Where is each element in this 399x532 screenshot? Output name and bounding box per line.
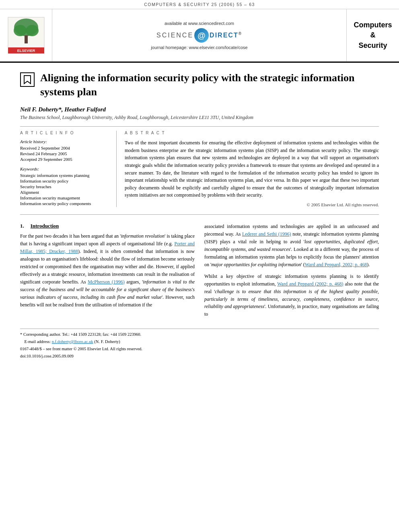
- article-info-label: A R T I C L E I N F O: [20, 131, 110, 135]
- article-title-section: Aligning the information security policy…: [20, 71, 379, 99]
- footer-corresponding: * Corresponding author. Tel.: +44 1509 2…: [20, 331, 379, 338]
- email-suffix: (N. F. Doherty): [94, 339, 120, 344]
- direct-text: DIRECT®: [210, 31, 242, 39]
- svg-point-2: [14, 25, 27, 36]
- keywords-label: Keywords:: [20, 166, 110, 171]
- main-content: Aligning the information security policy…: [0, 63, 399, 368]
- footer-doi: doi:10.1016/j.cose.2005.09.009: [20, 353, 379, 359]
- footer-section: * Corresponding author. Tel.: +44 1509 2…: [20, 329, 379, 359]
- svg-point-3: [26, 25, 39, 36]
- body-left-column: 1. Introduction For the past two decades…: [20, 223, 195, 322]
- journal-center: available at www.sciencedirect.com SCIEN…: [52, 9, 347, 62]
- elsevier-logo-box: ELSEVIER: [0, 9, 52, 62]
- keyword-3: Security breaches: [20, 184, 110, 189]
- journal-name-box: Computers & Security: [347, 9, 399, 62]
- journal-ref-bar: COMPUTERS & SECURITY 25 (2006) 55 – 63: [0, 0, 399, 9]
- journal-homepage-url: journal homepage: www.elsevier.com/locat…: [151, 45, 247, 50]
- available-at-url: available at www.sciencedirect.com: [165, 21, 234, 26]
- divider-2: [20, 214, 379, 215]
- copyright-notice: © 2005 Elsevier Ltd. All rights reserved…: [125, 202, 379, 207]
- email-label: E-mail address:: [25, 339, 51, 344]
- science-text: SCIENCE: [156, 32, 193, 39]
- received-date: Received 2 September 2004: [20, 146, 110, 150]
- body-para-1: For the past two decades it has been arg…: [20, 232, 195, 309]
- email-link[interactable]: n.f.doherty@lboro.ac.uk: [52, 339, 93, 344]
- keyword-6: Information security policy components: [20, 201, 110, 206]
- body-para-3: Whilst a key objective of strategic info…: [204, 273, 379, 318]
- affiliation: The Business School, Loughborough Univer…: [20, 115, 379, 121]
- abstract-column: A B S T R A C T Two of the most importan…: [125, 131, 379, 207]
- elsevier-logo-svg: ELSEVIER: [6, 15, 46, 55]
- history-label: Article history:: [20, 139, 110, 144]
- article-info-column: A R T I C L E I N F O Article history: R…: [20, 131, 117, 207]
- bookmark-icon: [23, 75, 32, 84]
- revised-date: Revised 24 February 2005: [20, 151, 110, 156]
- svg-text:ELSEVIER: ELSEVIER: [17, 49, 35, 53]
- journal-ref: COMPUTERS & SECURITY 25 (2006) 55 – 63: [144, 2, 255, 7]
- author-names: Neil F. Doherty*, Heather Fulford: [20, 106, 106, 113]
- abstract-text: Two of the most important documents for …: [125, 139, 379, 199]
- footer-email: E-mail address: n.f.doherty@lboro.ac.uk …: [20, 339, 379, 345]
- section1-number: 1.: [20, 223, 24, 229]
- authors: Neil F. Doherty*, Heather Fulford: [20, 106, 379, 113]
- accepted-date: Accepted 29 September 2005: [20, 157, 110, 162]
- body-right-column: associated information systems and techn…: [204, 223, 379, 322]
- section1-title: Introduction: [31, 223, 59, 229]
- keyword-5: Information security management: [20, 195, 110, 200]
- keyword-1: Strategic information systems planning: [20, 173, 110, 178]
- svg-marker-7: [24, 76, 31, 84]
- divider-1: [20, 126, 379, 127]
- sciencedirect-logo: SCIENCE @ DIRECT®: [156, 28, 242, 43]
- journal-name: Computers & Security: [354, 20, 392, 51]
- journal-header: ELSEVIER available at www.sciencedirect.…: [0, 9, 399, 63]
- article-title: Aligning the information security policy…: [40, 71, 379, 99]
- body-para-2: associated information systems and techn…: [204, 223, 379, 269]
- keyword-4: Alignment: [20, 190, 110, 195]
- page: COMPUTERS & SECURITY 25 (2006) 55 – 63 E…: [0, 0, 399, 532]
- title-icon-box: [20, 72, 35, 87]
- abstract-label: A B S T R A C T: [125, 131, 379, 135]
- keyword-2: Information security policy: [20, 179, 110, 183]
- info-abstract-row: A R T I C L E I N F O Article history: R…: [20, 131, 379, 207]
- svg-rect-4: [25, 35, 28, 43]
- footer-issn: 0167-4048/$ – see front matter © 2005 El…: [20, 346, 379, 352]
- at-symbol: @: [194, 28, 209, 43]
- authors-section: Neil F. Doherty*, Heather Fulford The Bu…: [20, 106, 379, 121]
- body-content: 1. Introduction For the past two decades…: [20, 223, 379, 322]
- section1-heading: 1. Introduction: [20, 223, 195, 229]
